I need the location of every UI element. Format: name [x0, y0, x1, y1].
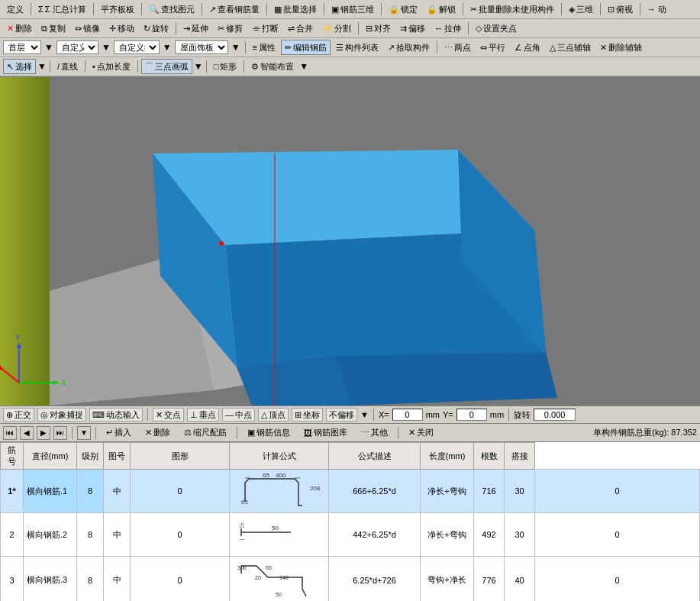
btn-close-rebar[interactable]: ✕ 关闭 — [403, 425, 439, 441]
btn-rect[interactable]: □ 矩形 — [210, 59, 241, 74]
nav-next-btn[interactable]: ▶ — [37, 426, 50, 440]
btn-three-pt-arc[interactable]: ⌒ 三点画弧 — [141, 59, 192, 74]
status-orthogonal[interactable]: ⊕ 正交 — [3, 408, 34, 422]
btn-break[interactable]: ⌯ 打断 — [248, 21, 282, 36]
dynamic-icon: ⌨ — [92, 410, 105, 420]
cell-grade: 中 — [104, 470, 131, 513]
dropdown-arrow[interactable]: ▼ — [360, 410, 369, 419]
btn-move[interactable]: ✛ 移动 — [105, 21, 138, 36]
btn-copy[interactable]: ⧉ 复制 — [37, 21, 69, 36]
btn-insert-rebar[interactable]: ↵ 插入 — [101, 425, 137, 441]
sep — [31, 3, 31, 15]
btn-align[interactable]: ⊟ 对齐 — [362, 21, 395, 36]
line-type-select[interactable]: 自定义线 — [114, 40, 160, 54]
smart-icon: ⚙ — [251, 62, 259, 72]
arc-dropdown[interactable]: ▼ — [194, 61, 203, 72]
status-midpoint[interactable]: — 中点 — [222, 408, 255, 422]
btn-unlock[interactable]: 🔓 解锁 — [423, 2, 460, 17]
btn-three-pts-axis[interactable]: △ 三点辅轴 — [546, 40, 595, 55]
btn-delete-rebar[interactable]: ✕ 删除 — [140, 425, 176, 441]
del-icon: ✕ — [7, 24, 14, 34]
btn-summary[interactable]: Σ Σ 汇总计算 — [34, 2, 90, 17]
btn-rebar-drawing[interactable]: 🖼 钢筋图库 — [298, 425, 353, 441]
cell-length-3: 776 — [474, 557, 505, 602]
table-row[interactable]: 3 横向钢筋.3 8 中 0 306 20 65 140 50 — [1, 557, 700, 602]
status-vertex[interactable]: △ 顶点 — [258, 408, 289, 422]
btn-component-list[interactable]: ☰ 构件列表 — [332, 40, 382, 55]
btn-3d[interactable]: ◈ 三维 — [565, 2, 597, 17]
btn-define[interactable]: 定义 — [3, 2, 27, 17]
cell-count-3: 40 — [505, 557, 535, 602]
cell-formula-3: 6.25*d+726 — [329, 557, 421, 602]
btn-lock[interactable]: 🔒 锁定 — [385, 2, 421, 17]
btn-property[interactable]: ≡ 属性 — [249, 40, 279, 55]
status-dynamic-input[interactable]: ⌨ 动态输入 — [89, 408, 143, 422]
mirror-icon: ⇔ — [75, 24, 82, 34]
btn-point-angle[interactable]: ∠ 点角 — [511, 40, 544, 55]
scale-icon: ⚖ — [184, 428, 192, 438]
btn-pick-component[interactable]: ↗ 拾取构件 — [384, 40, 434, 55]
nav-down-btn[interactable]: ▼ — [77, 426, 91, 440]
btn-check-rebar[interactable]: ↗ 查看钢筋量 — [205, 2, 263, 17]
topview-icon: ⊡ — [608, 5, 615, 15]
btn-split[interactable]: ⚡ 分割 — [318, 21, 355, 36]
btn-rebar-info[interactable]: ▣ 钢筋信息 — [242, 425, 295, 441]
threepts-icon: △ — [550, 43, 556, 53]
btn-trim[interactable]: ✂ 修剪 — [214, 21, 247, 36]
btn-rotate[interactable]: ↻ 旋转 — [140, 21, 173, 36]
status-no-offset[interactable]: 不偏移 — [326, 408, 357, 422]
status-perpendicular[interactable]: ⊥ 垂点 — [187, 408, 219, 422]
stretch-icon: ↔ — [434, 24, 443, 33]
main-viewport[interactable]: X Y — [0, 77, 700, 406]
btn-batch-delete[interactable]: ✂ 批量删除未使用构件 — [466, 2, 558, 17]
line-icon: / — [57, 62, 60, 71]
nav-prev-btn[interactable]: ◀ — [20, 426, 34, 440]
btn-find-element[interactable]: 🔍 查找图元 — [145, 2, 198, 17]
btn-point-length[interactable]: • 点加长度 — [89, 59, 134, 74]
cell-overlap-3: 0 — [535, 557, 700, 602]
status-bar: ⊕ 正交 ◎ 对象捕捉 ⌨ 动态输入 ✕ 交点 ⊥ 垂点 — 中点 △ 顶点 ⊞… — [0, 406, 700, 424]
nav-down-icon: ▼ — [80, 428, 88, 437]
table-row[interactable]: 1* 横向钢筋.1 8 中 0 65 400 208 65 — [1, 470, 700, 513]
btn-batch-select[interactable]: ▦ 批量选择 — [270, 2, 321, 17]
status-coordinate[interactable]: ⊞ 坐标 — [292, 408, 323, 422]
btn-offset[interactable]: ⇉ 偏移 — [396, 21, 429, 36]
table-row[interactable]: 2 横向钢筋.2 8 中 0 50 占 一 442+6.25*d 净长+弯 — [1, 513, 700, 557]
btn-top-view[interactable]: ⊡ 俯视 — [604, 2, 637, 17]
btn-select[interactable]: ↖ 选择 — [3, 59, 36, 74]
grip-icon: ◇ — [476, 24, 482, 34]
svg-text:一: 一 — [240, 537, 245, 542]
btn-delete[interactable]: ✕ 删除 — [3, 21, 36, 36]
btn-other[interactable]: ⋯ 其他 — [356, 425, 393, 441]
nav-last-btn[interactable]: ⏭ — [53, 426, 67, 440]
type-select[interactable]: 自定义 — [56, 40, 98, 54]
btn-flush-slab[interactable]: 平齐板板 — [97, 2, 138, 17]
btn-move-dynamic[interactable]: → 动 — [644, 2, 670, 17]
layer-select[interactable]: 首层 — [3, 40, 41, 54]
select-dropdown[interactable]: ▼ — [37, 61, 47, 72]
btn-merge[interactable]: ⇌ 合并 — [284, 21, 317, 36]
btn-mirror[interactable]: ⇔ 镜像 — [71, 21, 104, 36]
btn-delete-axis[interactable]: ✕ 删除辅轴 — [596, 40, 646, 55]
btn-edit-rebar[interactable]: ✏ 编辑钢筋 — [281, 40, 331, 55]
mm-label2: mm — [490, 410, 504, 419]
nav-first-btn[interactable]: ⏮ — [3, 426, 17, 440]
btn-rebar-3d[interactable]: ▣ 钢筋三维 — [327, 2, 378, 17]
btn-set-grip[interactable]: ◇ 设置夹点 — [472, 21, 521, 36]
col-grade: 级别 — [77, 443, 104, 470]
btn-extend[interactable]: ⇥ 延伸 — [179, 21, 212, 36]
btn-line[interactable]: / 直线 — [53, 59, 82, 74]
btn-smart-layout[interactable]: ⚙ 智能布置 — [247, 59, 298, 74]
surface-select[interactable]: 屋面饰板 — [175, 40, 228, 54]
x-input[interactable] — [392, 409, 423, 421]
btn-stretch[interactable]: ↔ 拉伸 — [431, 21, 465, 36]
status-intersection[interactable]: ✕ 交点 — [153, 408, 184, 422]
ptlen-icon: • — [92, 62, 95, 71]
btn-parallel[interactable]: ⇔ 平行 — [476, 40, 509, 55]
btn-scale-rebar[interactable]: ⚖ 缩尺配筋 — [179, 425, 232, 441]
status-snap[interactable]: ◎ 对象捕捉 — [37, 408, 86, 422]
rotate-input[interactable] — [534, 409, 576, 421]
y-input[interactable] — [456, 409, 487, 421]
smart-dropdown[interactable]: ▼ — [299, 61, 308, 72]
btn-two-points[interactable]: ⋯ 两点 — [440, 40, 475, 55]
